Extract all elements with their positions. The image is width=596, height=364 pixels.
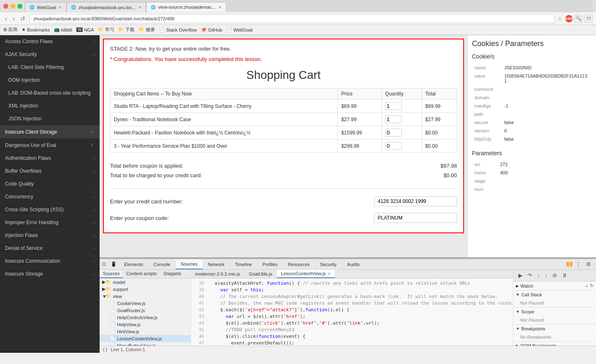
sidebar-item-injection[interactable]: Injection Flaws ›	[0, 229, 100, 242]
sources-tab-snippets[interactable]: Snippets	[160, 270, 185, 278]
code-tab-modernizr[interactable]: modernizr-2.6.2.min.js	[191, 270, 245, 278]
tree-goatrouter[interactable]: 📄 GoatRouter.js	[100, 307, 191, 314]
tab-view-source[interactable]: 🌐 view-source:zhuojiademac... ✕	[146, 2, 226, 12]
tab-console[interactable]: Console	[149, 260, 176, 269]
devtools-more-btn[interactable]: ⋮	[574, 260, 583, 268]
tab-resources[interactable]: Resources	[283, 260, 315, 269]
sidebar-item-dos[interactable]: Denial of Service ›	[0, 242, 100, 255]
dom-breakpoints-header[interactable]: ▶ DOM Breakpoints	[513, 342, 596, 346]
sidebar-item-buffer[interactable]: Buffer Overflows ›	[0, 165, 100, 178]
item-qty-0[interactable]	[381, 100, 422, 113]
sidebar-item-insecure-storage[interactable]: Insecure Client Storage ✓	[0, 125, 100, 139]
tree-support-folder[interactable]: ▶ 📁 support	[100, 286, 191, 293]
tab-close-2-icon[interactable]: ✕	[138, 5, 142, 10]
devtools-mobile-icon[interactable]: 📱	[108, 259, 119, 269]
step-over-button[interactable]: ↷	[526, 271, 534, 279]
bookmark-stackoverflow[interactable]: 📄 Stack Overflow	[159, 27, 197, 32]
maximize-button[interactable]	[17, 4, 22, 9]
code-tab-goatutils[interactable]: GoatUtils.js	[245, 270, 277, 278]
qty-input-2[interactable]	[385, 129, 402, 137]
watch-add-icon[interactable]: +	[586, 283, 588, 288]
close-button[interactable]	[3, 4, 8, 9]
bookmark-star-button[interactable]: ☆	[557, 15, 563, 22]
tab-elements[interactable]: Elements	[119, 260, 149, 269]
code-tab-close-icon[interactable]: ✕	[327, 271, 331, 276]
tab-sources[interactable]: Sources	[176, 259, 203, 269]
sidebar-item-xml[interactable]: XML Injection	[0, 100, 100, 112]
sidebar-item-access-control[interactable]: Access Control Flaws ›	[0, 35, 100, 48]
tree-helpcontrols[interactable]: 📄 HelpControlsView.js	[100, 314, 191, 321]
step-out-button[interactable]: ↑	[543, 271, 550, 279]
extension-icon-1[interactable]: 🔍	[574, 15, 583, 23]
sidebar-item-code-quality[interactable]: Code Quality ›	[0, 178, 100, 191]
reload-button[interactable]: ↺	[19, 15, 27, 23]
resume-button[interactable]: ▶	[517, 271, 524, 279]
qty-input-1[interactable]	[385, 115, 402, 123]
bookmark-download[interactable]: 📁 下载	[118, 27, 134, 33]
tab-close-3-icon[interactable]: ✕	[218, 5, 222, 10]
devtools-icon-button[interactable]: ⊡	[100, 259, 108, 269]
devtools-settings-btn[interactable]: ⚙	[584, 260, 593, 268]
sidebar-item-json[interactable]: JSON Injection	[0, 112, 100, 125]
qty-input-3[interactable]	[385, 142, 402, 150]
sidebar-item-auth-flaws[interactable]: Authentication Flaws ›	[0, 152, 100, 165]
credit-card-input[interactable]	[374, 196, 457, 206]
sidebar-item-client-filter[interactable]: LAB: Client Side Filtering	[0, 61, 100, 74]
sidebar-item-dom-injection[interactable]: DOM Injection	[0, 74, 100, 87]
coupon-input[interactable]	[374, 213, 457, 223]
bookmark-nga[interactable]: W NGA	[76, 27, 94, 32]
back-button[interactable]: ‹	[3, 15, 9, 23]
item-qty-3[interactable]	[381, 139, 422, 153]
watch-header[interactable]: ▶ Watch + ↻	[513, 281, 596, 290]
tab-timeline[interactable]: Timeline	[230, 260, 257, 269]
tab-webgoat[interactable]: 🌐 WebGoat ✕	[25, 2, 66, 12]
scope-header[interactable]: ▼ Scope	[513, 308, 596, 316]
tab-profiles[interactable]: Profiles	[257, 260, 283, 269]
forward-button[interactable]: ›	[11, 15, 17, 23]
tree-hintview[interactable]: 📄 HintView.js	[100, 328, 191, 335]
step-into-button[interactable]: ↓	[535, 271, 542, 279]
sidebar-item-ajax[interactable]: AJAX Security ›	[0, 48, 100, 61]
sidebar-item-concurrency[interactable]: Concurrency ›	[0, 191, 100, 203]
url-input[interactable]	[29, 14, 555, 23]
sidebar-item-xss[interactable]: Cross-Site Scripting (XSS) ›	[0, 203, 100, 216]
tree-menubuttonview[interactable]: 📄 MenuButtonView.js	[100, 342, 191, 346]
tab-close-icon[interactable]: ✕	[59, 5, 62, 10]
sources-tab-sources[interactable]: Sources	[100, 270, 123, 278]
qty-input-0[interactable]	[385, 102, 402, 110]
bookmark-health[interactable]: 📁 健康	[139, 27, 155, 33]
sources-tab-content[interactable]: Content scripts	[123, 270, 160, 278]
tree-view-folder[interactable]: ▼ 📁 view	[100, 293, 191, 300]
tree-cookieview[interactable]: 📄 CookieView.js	[100, 300, 191, 307]
cookie-row-name: name JSESSIONID	[473, 64, 591, 71]
sidebar-item-dom-xss[interactable]: LAB: DOM-Based cross-site scripting	[0, 87, 100, 100]
code-tab-lessoncontent[interactable]: LessonContentView.js ✕	[277, 270, 335, 278]
sidebar-item-error-handling[interactable]: Improper Error Handling ›	[0, 216, 100, 229]
tab-local[interactable]: 🌐 zhuojiademacbook-pro.loc... ✕	[66, 2, 146, 12]
tab-audits[interactable]: Audits	[342, 260, 365, 269]
bookmark-apps[interactable]: ⊞ 应用	[3, 27, 17, 33]
tree-lessoncontent[interactable]: 📄 LessonContentView.js	[100, 335, 191, 342]
bookmark-study[interactable]: 📁 学习	[98, 27, 114, 33]
sidebar-item-insecure-comm[interactable]: Insecure Communication ›	[0, 255, 100, 268]
tree-model-folder[interactable]: ▶ 📁 model	[100, 278, 191, 286]
minimize-button[interactable]	[10, 4, 15, 9]
sidebar-item-insecure-storage[interactable]: Insecure Storage ›	[0, 268, 100, 281]
bookmark-webgoat[interactable]: 📄 WebGoat	[226, 27, 252, 32]
extension-icon-2[interactable]: 🛡	[584, 15, 593, 23]
pause-exceptions-button[interactable]: ⏸	[560, 271, 569, 279]
tree-helpview[interactable]: 📄 HelpView.js	[100, 321, 191, 328]
watch-refresh-icon[interactable]: ↻	[590, 283, 594, 288]
breakpoints-header[interactable]: ▼ Breakpoints	[513, 325, 596, 333]
bookmark-bookmarks[interactable]: ★ Bookmarks	[22, 27, 50, 32]
bookmark-github[interactable]: 🐙 GitHub	[201, 27, 222, 32]
deactivate-button[interactable]: ⊘	[551, 271, 559, 279]
sidebar-item-eval[interactable]: Dangerous Use of Eval ✓	[0, 139, 100, 152]
bookmark-bilibili[interactable]: 📺 bilibili	[54, 27, 72, 32]
item-qty-1[interactable]	[381, 113, 422, 126]
tab-security[interactable]: Security	[315, 260, 342, 269]
item-qty-2[interactable]	[381, 126, 422, 139]
callstack-header[interactable]: ▼ Call Stack	[513, 291, 596, 299]
tab-network[interactable]: Network	[203, 260, 230, 269]
adblock-icon[interactable]: ABP	[565, 15, 573, 22]
